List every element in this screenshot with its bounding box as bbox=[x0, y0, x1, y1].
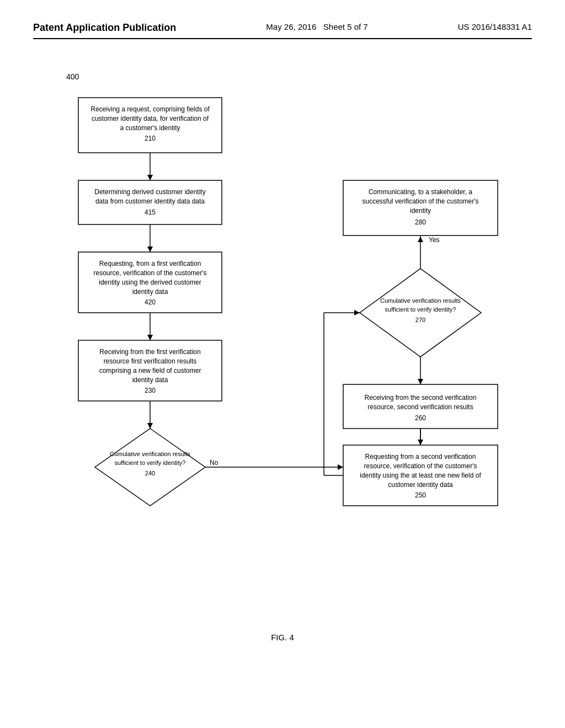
svg-text:identity data: identity data bbox=[132, 288, 168, 296]
svg-marker-66 bbox=[354, 310, 360, 315]
sheet-info: May 26, 2016 Sheet 5 of 7 bbox=[266, 22, 367, 31]
svg-text:210: 210 bbox=[145, 135, 156, 142]
svg-text:identity using the derived cus: identity using the derived customer bbox=[99, 279, 201, 286]
svg-text:customer identity data, for ve: customer identity data, for verification… bbox=[92, 115, 209, 122]
svg-marker-12 bbox=[147, 247, 153, 252]
svg-text:Requesting, from a first verif: Requesting, from a first verification bbox=[99, 260, 201, 267]
svg-text:Receiving from the second veri: Receiving from the second verification bbox=[365, 394, 477, 402]
flowchart-svg: Receiving a request, comprising fields o… bbox=[45, 92, 520, 616]
svg-text:280: 280 bbox=[415, 218, 426, 226]
svg-marker-43 bbox=[418, 237, 423, 242]
svg-text:415: 415 bbox=[145, 208, 156, 216]
svg-text:resource, verification of the : resource, verification of the customer's bbox=[93, 269, 206, 277]
svg-text:data from customer identity da: data from customer identity data data bbox=[95, 197, 205, 205]
svg-marker-49 bbox=[418, 379, 423, 384]
svg-text:260: 260 bbox=[415, 414, 426, 422]
svg-text:sufficient to verify identity?: sufficient to verify identity? bbox=[115, 459, 186, 466]
svg-text:Determining derived customer i: Determining derived customer identity bbox=[94, 188, 205, 196]
svg-text:270: 270 bbox=[415, 317, 425, 323]
svg-text:comprising a new field of cust: comprising a new field of customer bbox=[99, 367, 201, 374]
svg-text:No: No bbox=[210, 459, 218, 467]
svg-text:420: 420 bbox=[145, 298, 156, 306]
svg-text:250: 250 bbox=[415, 491, 426, 499]
svg-marker-44 bbox=[360, 269, 481, 357]
svg-marker-28 bbox=[147, 423, 153, 429]
svg-text:identity data: identity data bbox=[132, 376, 168, 384]
diagram-area: 400 Receiving a request, comprising fiel… bbox=[33, 72, 532, 642]
svg-text:sufficient to verify identity?: sufficient to verify identity? bbox=[385, 306, 456, 313]
publication-title: Patent Application Publication bbox=[33, 22, 176, 34]
svg-text:resource, verification of the : resource, verification of the customer's bbox=[364, 462, 477, 470]
svg-text:Receiving from the first verif: Receiving from the first verification bbox=[99, 348, 200, 356]
page: Patent Application Publication May 26, 2… bbox=[0, 0, 565, 728]
sheet-number: Sheet 5 of 7 bbox=[323, 22, 368, 31]
svg-text:successful verification of the: successful verification of the customer'… bbox=[362, 197, 478, 205]
svg-marker-29 bbox=[95, 429, 205, 506]
svg-text:resource, second verification : resource, second verification results bbox=[367, 403, 473, 411]
svg-text:Communicating, to a stakeholde: Communicating, to a stakeholder, a bbox=[369, 188, 472, 196]
svg-text:240: 240 bbox=[145, 470, 155, 477]
svg-text:230: 230 bbox=[145, 387, 156, 394]
page-header: Patent Application Publication May 26, 2… bbox=[33, 22, 532, 39]
svg-text:identity using the at least on: identity using the at least one new fiel… bbox=[360, 472, 481, 479]
svg-text:Receiving a request, comprisin: Receiving a request, comprising fields o… bbox=[90, 105, 210, 113]
fig-label: FIG. 4 bbox=[33, 633, 532, 642]
svg-text:customer identity data: customer identity data bbox=[388, 481, 453, 489]
patent-number: US 2016/148331 A1 bbox=[458, 22, 532, 31]
svg-marker-6 bbox=[147, 175, 153, 180]
svg-text:Cumulative verification result: Cumulative verification results bbox=[380, 297, 461, 304]
pub-date: May 26, 2016 bbox=[266, 22, 316, 31]
svg-text:Cumulative verification result: Cumulative verification results bbox=[110, 451, 191, 457]
svg-marker-20 bbox=[147, 335, 153, 340]
svg-text:resource first verification re: resource first verification results bbox=[104, 357, 197, 365]
svg-text:Yes: Yes bbox=[429, 236, 440, 244]
svg-text:a customer's identity: a customer's identity bbox=[120, 124, 180, 132]
fig-number-top: 400 bbox=[66, 72, 532, 81]
svg-text:Requesting from a second verif: Requesting from a second verification bbox=[365, 453, 476, 461]
svg-text:identity: identity bbox=[410, 207, 431, 215]
svg-marker-35 bbox=[338, 464, 343, 470]
